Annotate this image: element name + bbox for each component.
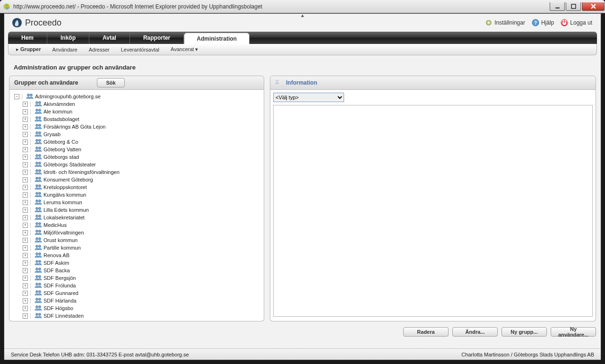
tree-node[interactable]: +SDF Linnéstaden [12, 312, 261, 320]
tree-node-label[interactable]: Göteborgs Stadsteater [43, 161, 96, 168]
tree-node-label[interactable]: SDF Askim [43, 259, 69, 267]
tree-node[interactable]: +SDF Askim [12, 259, 261, 267]
tree-node[interactable]: +Gryaab [12, 130, 261, 138]
tree-scroll-area[interactable]: −Admingroupuhb.goteborg.se+Akivnämnden+A… [10, 91, 263, 320]
tree-node[interactable]: +SDF Backa [12, 267, 261, 274]
expand-icon[interactable]: + [23, 139, 28, 145]
expand-icon[interactable]: + [23, 238, 28, 243]
expand-icon[interactable]: + [23, 313, 28, 319]
tree-node-label[interactable]: SDF Högsbo [43, 304, 73, 312]
tree-node-label[interactable]: Ale kommun [43, 108, 72, 115]
expand-icon[interactable]: + [23, 170, 28, 175]
tree-node[interactable]: +Göteborg & Co [12, 138, 261, 146]
sub-nav-item[interactable]: Leverantörsavtal [121, 47, 159, 52]
tree-node[interactable]: +Lerums kommun [12, 199, 261, 206]
tree-node[interactable]: +Bostadsbolaget [12, 115, 261, 123]
window-maximize-button[interactable] [566, 2, 581, 11]
tree-node-label[interactable]: MedicHus [43, 221, 67, 229]
tree-node-label[interactable]: SDF Härlanda [43, 297, 77, 304]
tree-node-label[interactable]: Konsument Göteborg [43, 176, 93, 183]
edit-button[interactable]: Ändra... [452, 327, 498, 337]
expand-icon[interactable]: + [23, 223, 28, 228]
new-user-button[interactable]: Ny användare... [551, 327, 596, 337]
tree-node-label[interactable]: Partille kommun [43, 244, 81, 251]
type-select[interactable]: <Välj typ> [273, 93, 344, 102]
tree-node[interactable]: +Lilla Edets kommun [12, 206, 261, 214]
main-tab-administration[interactable]: Administration [184, 33, 250, 44]
expand-icon[interactable]: + [23, 124, 28, 130]
expand-icon[interactable]: + [23, 147, 28, 152]
header-help-link[interactable]: Hjälp [532, 19, 554, 26]
tree-node[interactable]: +Ale kommun [12, 108, 261, 115]
main-tab-hem[interactable]: Hem [8, 32, 47, 44]
tree-root-node[interactable]: −Admingroupuhb.goteborg.se [12, 93, 261, 100]
tree-node-label[interactable]: Lilla Edets kommun [43, 206, 89, 214]
expand-icon[interactable]: + [23, 283, 28, 288]
expand-icon[interactable]: + [23, 253, 28, 258]
search-button[interactable]: Sök [97, 78, 124, 87]
expand-icon[interactable]: + [23, 215, 28, 220]
tree-node[interactable]: +Göteborg Vatten [12, 146, 261, 153]
expand-icon[interactable]: + [23, 208, 28, 213]
tree-node[interactable]: +Orust kommun [12, 236, 261, 244]
tree-node-label[interactable]: Kretsloppskontoret [43, 183, 87, 191]
tree-node-label[interactable]: Kungälvs kommun [43, 191, 86, 199]
tree-node-label[interactable]: Göteborg & Co [43, 138, 78, 146]
tree-node-label[interactable]: Orust kommun [43, 236, 78, 244]
sub-nav-item[interactable]: Avancerat ▾ [171, 46, 198, 52]
tree-node-label[interactable]: Lerums kommun [43, 199, 82, 206]
window-close-button[interactable] [582, 2, 605, 11]
expand-icon[interactable]: + [23, 102, 28, 107]
tree-node[interactable]: +Konsument Göteborg [12, 176, 261, 183]
expand-icon[interactable]: + [23, 162, 28, 167]
expand-icon[interactable]: + [23, 132, 28, 137]
window-minimize-button[interactable] [550, 2, 565, 11]
expand-icon[interactable]: + [23, 276, 28, 281]
tree-node[interactable]: +Partille kommun [12, 244, 261, 251]
tree-node-label[interactable]: SDF Bergsjön [43, 274, 76, 282]
tree-node-label[interactable]: SDF Backa [43, 267, 70, 274]
header-settings-link[interactable]: Inställningar [485, 19, 525, 26]
main-tab-inköp[interactable]: Inköp [47, 32, 89, 44]
expand-icon[interactable]: + [23, 260, 28, 266]
tree-node[interactable]: +Miljöförvaltningen [12, 229, 261, 236]
tree-node[interactable]: +SDF Bergsjön [12, 274, 261, 282]
sub-nav-item[interactable]: Grupper [16, 46, 41, 52]
expand-icon[interactable]: + [23, 117, 28, 122]
delete-button[interactable]: Radera [403, 327, 449, 337]
tree-node[interactable]: +Renova AB [12, 251, 261, 259]
tree-node-label[interactable]: Akivnämnden [43, 100, 75, 108]
expand-icon[interactable]: + [23, 245, 28, 251]
expand-icon[interactable]: + [23, 200, 28, 205]
expand-icon[interactable]: + [23, 109, 28, 114]
tree-node[interactable]: +SDF Gunnared [12, 289, 261, 297]
expand-icon[interactable]: + [23, 177, 28, 182]
tree-node-label[interactable]: Göteborgs stad [43, 153, 79, 161]
expand-icon[interactable]: + [23, 230, 28, 235]
expand-icon[interactable]: + [23, 192, 28, 198]
tree-node-label[interactable]: Försäkrings AB Göta Lejon [43, 123, 105, 130]
new-group-button[interactable]: Ny grupp... [501, 327, 547, 337]
expand-icon[interactable]: + [23, 155, 28, 160]
tree-node[interactable]: +MedicHus [12, 221, 261, 229]
expand-icon[interactable]: + [23, 306, 28, 311]
tree-node-label[interactable]: Renova AB [43, 251, 69, 259]
tree-node[interactable]: +Idrott- och föreningsförvaltningen [12, 168, 261, 176]
header-logout-link[interactable]: Logga ut [561, 19, 592, 26]
tree-node-label[interactable]: Bostadsbolaget [43, 115, 79, 123]
sub-nav-item[interactable]: Adresser [89, 47, 110, 52]
main-tab-avtal[interactable]: Avtal [89, 32, 130, 44]
tree-node[interactable]: +SDF Härlanda [12, 297, 261, 304]
tree-node[interactable]: +SDF Högsbo [12, 304, 261, 312]
tree-node-label[interactable]: SDF Linnéstaden [43, 312, 84, 320]
expand-icon[interactable]: + [23, 291, 28, 296]
tree-node-label[interactable]: Gryaab [43, 130, 60, 138]
tree-node-label[interactable]: Göteborg Vatten [43, 146, 81, 153]
tree-node-label[interactable]: Lokalsekretariatet [43, 214, 85, 221]
expand-icon[interactable]: + [23, 185, 28, 190]
tree-node[interactable]: +Akivnämnden [12, 100, 261, 108]
tree-node[interactable]: +Kretsloppskontoret [12, 183, 261, 191]
collapse-icon[interactable]: − [14, 94, 19, 99]
tree-node[interactable]: +SDF Frölunda [12, 282, 261, 289]
tree-node-label[interactable]: Idrott- och föreningsförvaltningen [43, 168, 120, 176]
